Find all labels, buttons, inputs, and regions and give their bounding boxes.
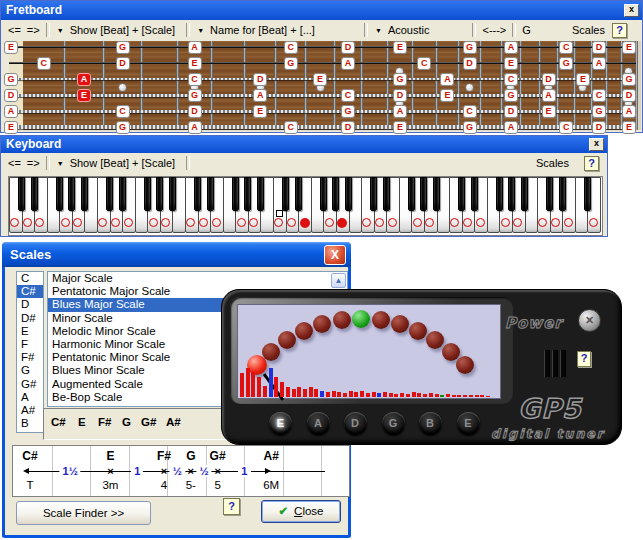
tuner-string-button-e5[interactable]: E — [457, 412, 480, 435]
note-marker-g[interactable]: G — [4, 73, 18, 86]
root-item-ds[interactable]: D# — [17, 312, 43, 325]
black-key-c-sharp[interactable] — [106, 177, 113, 211]
note-marker-d[interactable]: D — [463, 57, 477, 70]
note-marker-e[interactable]: E — [4, 41, 18, 54]
note-marker-e[interactable]: E — [622, 121, 636, 134]
note-marker-e[interactable]: E — [393, 41, 407, 54]
note-marker-e[interactable]: E — [393, 121, 407, 134]
black-key-c-sharp[interactable] — [370, 177, 377, 211]
note-marker-d[interactable]: D — [592, 41, 606, 54]
forward-button[interactable]: => — [24, 23, 43, 37]
note-marker-g[interactable]: G — [284, 57, 298, 70]
note-marker-e[interactable]: E — [576, 73, 590, 86]
tuner-string-button-g3[interactable]: G — [382, 412, 405, 435]
black-key-c-sharp[interactable] — [18, 177, 25, 211]
tuner-string-button-a1[interactable]: A — [307, 412, 330, 435]
root-item-fs[interactable]: F# — [17, 351, 43, 364]
black-key-a-sharp[interactable] — [169, 177, 176, 211]
black-key-c-sharp[interactable] — [546, 177, 553, 211]
black-key-c-sharp[interactable] — [458, 177, 465, 211]
note-marker-d[interactable]: D — [393, 89, 407, 102]
black-key-d-sharp[interactable] — [471, 177, 478, 211]
fretboard[interactable]: EGACDEGACDECDEGACDEGAGACDEGACDEGDEGACDEG… — [1, 40, 642, 131]
note-marker-c[interactable]: C — [37, 57, 51, 70]
black-key-g-sharp[interactable] — [508, 177, 515, 211]
note-marker-c[interactable]: C — [116, 105, 130, 118]
black-key-d-sharp[interactable] — [383, 177, 390, 211]
note-marker-d[interactable]: D — [341, 121, 355, 134]
note-marker-g[interactable]: G — [341, 105, 355, 118]
help-icon[interactable] — [223, 498, 240, 515]
note-marker-e[interactable]: E — [4, 121, 18, 134]
note-marker-a[interactable]: A — [341, 57, 355, 70]
root-item-a[interactable]: A — [17, 391, 43, 404]
black-key-d-sharp[interactable] — [31, 177, 38, 211]
black-key-c-sharp[interactable] — [282, 177, 289, 211]
name-mode-button[interactable]: Name for [Beat] + [...] — [207, 23, 318, 37]
note-marker-g[interactable]: G — [393, 73, 407, 86]
root-item-as[interactable]: A# — [17, 404, 43, 417]
note-marker-a[interactable]: A — [393, 105, 407, 118]
note-marker-g[interactable]: G — [592, 105, 606, 118]
note-marker-a[interactable]: A — [504, 121, 518, 134]
help-icon[interactable] — [584, 156, 599, 171]
black-key-g-sharp[interactable] — [420, 177, 427, 211]
note-marker-c[interactable]: C — [284, 41, 298, 54]
piano-keyboard[interactable] — [8, 176, 603, 236]
black-key-g-sharp[interactable] — [332, 177, 339, 211]
scales-button[interactable]: Scales — [569, 23, 608, 37]
chevron-down-icon[interactable] — [197, 27, 204, 34]
note-marker-c[interactable]: C — [504, 73, 518, 86]
help-icon[interactable] — [577, 351, 591, 367]
black-key-d-sharp[interactable] — [207, 177, 214, 211]
black-key-g-sharp[interactable] — [156, 177, 163, 211]
black-key-a-sharp[interactable] — [81, 177, 88, 211]
black-key-f-sharp[interactable] — [496, 177, 503, 211]
note-marker-c[interactable]: C — [188, 73, 202, 86]
root-item-c[interactable]: C — [17, 272, 43, 285]
note-marker-c[interactable]: C — [417, 57, 431, 70]
close-button[interactable]: Close — [261, 500, 341, 523]
note-marker-d[interactable]: D — [504, 105, 518, 118]
black-key-f-sharp[interactable] — [320, 177, 327, 211]
tuner-string-button-d2[interactable]: D — [344, 412, 367, 435]
note-marker-a[interactable]: A — [504, 41, 518, 54]
note-marker-a[interactable]: A — [188, 121, 202, 134]
root-item-gs[interactable]: G# — [17, 378, 43, 391]
black-key-a-sharp[interactable] — [257, 177, 264, 211]
black-key-a-sharp[interactable] — [521, 177, 528, 211]
note-marker-g[interactable]: G — [463, 41, 477, 54]
black-key-d-sharp[interactable] — [295, 177, 302, 211]
scales-button[interactable]: Scales — [533, 156, 572, 170]
note-marker-g[interactable]: G — [116, 41, 130, 54]
chevron-down-icon[interactable] — [57, 27, 64, 34]
close-icon[interactable] — [324, 245, 346, 265]
forward-button[interactable]: => — [24, 156, 43, 170]
root-item-f[interactable]: F — [17, 338, 43, 351]
note-marker-g[interactable]: G — [116, 121, 130, 134]
black-key-g-sharp[interactable] — [244, 177, 251, 211]
black-key-f-sharp[interactable] — [144, 177, 151, 211]
note-marker-a-active[interactable]: A — [77, 73, 91, 86]
root-item-cs[interactable]: C# — [17, 285, 43, 298]
black-key-f-sharp[interactable] — [56, 177, 63, 211]
keyboard-titlebar[interactable]: Keyboard — [1, 136, 607, 153]
show-mode-button[interactable]: Show [Beat] + [Scale] — [67, 156, 178, 170]
note-marker-a[interactable]: A — [592, 57, 606, 70]
note-marker-e[interactable]: E — [253, 105, 267, 118]
note-marker-c[interactable]: C — [559, 121, 573, 134]
black-key-a-sharp[interactable] — [345, 177, 352, 211]
instrument-button[interactable]: Acoustic — [385, 23, 433, 37]
range-button[interactable]: <---> — [479, 23, 509, 37]
note-marker-e[interactable]: E — [313, 73, 327, 86]
black-key-d-sharp[interactable] — [559, 177, 566, 211]
note-marker-d[interactable]: D — [253, 73, 267, 86]
black-key-f-sharp[interactable] — [408, 177, 415, 211]
root-item-b[interactable]: B — [17, 417, 43, 430]
black-key-a-sharp[interactable] — [433, 177, 440, 211]
note-marker-d[interactable]: D — [592, 121, 606, 134]
black-key-f-sharp[interactable] — [584, 177, 591, 211]
back-button[interactable]: <= — [5, 156, 24, 170]
note-marker-c[interactable]: C — [559, 41, 573, 54]
scale-finder-button[interactable]: Scale Finder >> — [16, 501, 151, 525]
